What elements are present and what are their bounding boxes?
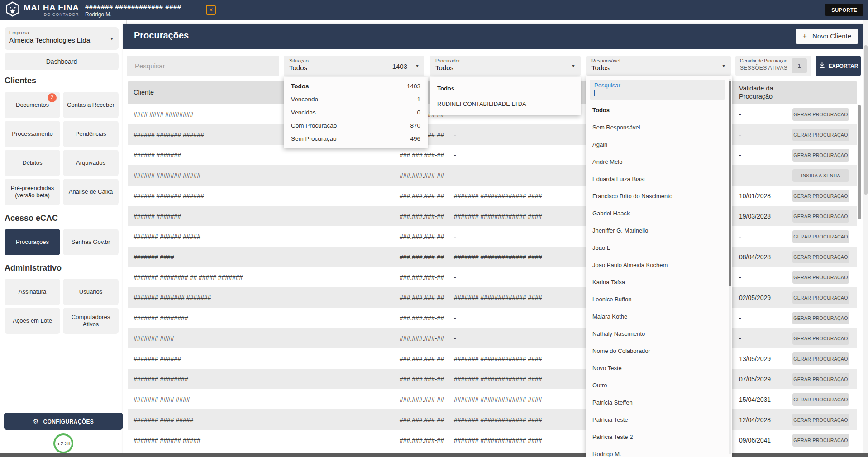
cell-cpf: ###.###.###-## bbox=[400, 437, 449, 444]
gerar-procuracao-button[interactable]: GERAR PROCURAÇAO bbox=[792, 352, 849, 365]
gerar-procuracao-button[interactable]: GERAR PROCURAÇAO bbox=[792, 312, 849, 324]
situacao-option[interactable]: Todos 1403 bbox=[284, 80, 428, 93]
responsavel-option[interactable]: Patrícia Steffen bbox=[586, 394, 732, 411]
sidebar-tile[interactable]: Débitos bbox=[5, 150, 60, 176]
cell-cpf: ###.###.###-## bbox=[400, 294, 449, 301]
sidebar-tile[interactable]: Documentos 2 bbox=[5, 92, 60, 118]
new-client-button[interactable]: + Novo Cliente bbox=[796, 29, 858, 44]
gerar-procuracao-button[interactable]: GERAR PROCURAÇAO bbox=[792, 332, 849, 345]
responsavel-option[interactable]: Jheniffer G. Marinello bbox=[586, 222, 732, 239]
sidebar-tile-label: Pendências bbox=[76, 130, 106, 138]
sidebar-tile[interactable]: Contas a Receber bbox=[63, 92, 119, 118]
sidebar-tile-label: Usuários bbox=[79, 288, 102, 295]
procurador-select[interactable]: Procurador Todos ▾ bbox=[430, 56, 581, 76]
responsavel-option[interactable]: Outro bbox=[586, 376, 732, 394]
sidebar-tile[interactable]: Assinatura bbox=[5, 279, 60, 305]
export-button[interactable]: EXPORTAR bbox=[816, 56, 861, 76]
gerar-procuracao-button[interactable]: GERAR PROCURAÇAO bbox=[792, 190, 849, 202]
sidebar-tile-label: Arquivados bbox=[76, 159, 105, 167]
procurador-value: Todos bbox=[435, 64, 575, 71]
sidebar-tile[interactable]: Processamento bbox=[5, 121, 60, 147]
horizontal-scrollbar[interactable] bbox=[0, 453, 868, 457]
situacao-option[interactable]: Vencidas 0 bbox=[284, 106, 428, 119]
table-row: ###### ####### ###### ###.###.###-## - -… bbox=[128, 124, 857, 145]
gerar-procuracao-button[interactable]: GERAR PROCURAÇAO bbox=[792, 149, 849, 162]
sidebar-tile[interactable]: Ações em Lote bbox=[5, 308, 60, 334]
sidebar-tile[interactable]: Arquivados bbox=[63, 150, 119, 176]
sidebar-tile-label: Contas a Receber bbox=[67, 101, 114, 109]
gerar-procuracao-button[interactable]: GERAR PROCURAÇAO bbox=[792, 373, 849, 386]
cell-cpf: ###.###.###-## bbox=[400, 253, 449, 261]
responsavel-option[interactable]: Sem Responsável bbox=[586, 119, 732, 136]
responsavel-option[interactable]: Nome do Colaborador bbox=[586, 342, 732, 359]
gerar-procuracao-button[interactable]: GERAR PROCURAÇAO bbox=[792, 291, 849, 304]
situacao-option-label: Todos bbox=[291, 83, 309, 90]
table-scrollbar-thumb[interactable] bbox=[858, 105, 861, 219]
gerar-procuracao-button[interactable]: INSIRA A SENHA bbox=[792, 169, 849, 182]
procurador-option[interactable]: Todos bbox=[430, 81, 581, 96]
responsavel-option[interactable]: João Paulo Almeida Kochem bbox=[586, 256, 732, 273]
gerar-procuracao-button[interactable]: GERAR PROCURAÇAO bbox=[792, 271, 849, 284]
support-button[interactable]: SUPORTE bbox=[825, 4, 863, 16]
responsavel-search-input[interactable]: Pesquisar bbox=[590, 80, 725, 100]
active-sessions-count[interactable]: 1 bbox=[792, 58, 807, 73]
responsavel-option[interactable]: Novo Teste bbox=[586, 359, 732, 376]
clientes-grid: Documentos 2 Contas a Receber Processame… bbox=[5, 92, 119, 205]
gerar-procuracao-button[interactable]: GERAR PROCURAÇAO bbox=[792, 434, 849, 447]
sidebar-tile[interactable]: Pendências bbox=[63, 121, 119, 147]
responsavel-option[interactable]: Maiara Kothe bbox=[586, 308, 732, 325]
brand-text: MALHA FINA DO CONTADOR bbox=[24, 3, 79, 17]
procurador-option[interactable]: RUDINEI CONTABILIDADE LTDA bbox=[430, 96, 581, 111]
responsavel-option[interactable]: Karina Taísa bbox=[586, 273, 732, 290]
responsavel-option[interactable]: Eduarda Luiza Biasi bbox=[586, 170, 732, 187]
close-icon[interactable]: ✕ bbox=[206, 5, 216, 15]
responsavel-option[interactable]: Todos bbox=[586, 101, 732, 119]
search-input[interactable] bbox=[127, 56, 279, 76]
responsavel-option[interactable]: Francisco Brito do Nascimento bbox=[586, 187, 732, 205]
responsavel-option[interactable]: Leonice Buffon bbox=[586, 290, 732, 308]
settings-button[interactable]: ⚙ CONFIGURAÇÕES bbox=[4, 413, 123, 430]
table-row: ####### ###### ###.###.###-## ####### ##… bbox=[128, 348, 857, 369]
gerar-procuracao-button[interactable]: GERAR PROCURAÇAO bbox=[792, 251, 849, 263]
sidebar-tile[interactable]: Pré-preenchidas (versão beta) bbox=[5, 179, 60, 205]
cell-validade: - bbox=[734, 274, 789, 281]
brand-line1: MALHA FINA bbox=[24, 3, 79, 12]
situacao-option-label: Com Procuração bbox=[291, 122, 337, 129]
situacao-select[interactable]: Situação Todos 1403 ▾ bbox=[284, 56, 424, 76]
sidebar-tile[interactable]: Procurações bbox=[5, 229, 60, 255]
sidebar-tile[interactable]: Análise de Caixa bbox=[63, 179, 119, 205]
table-body: #### #### ######## ###.###.###-## - - GE… bbox=[128, 104, 857, 450]
situacao-option[interactable]: Sem Procuração 496 bbox=[284, 132, 428, 145]
responsavel-select[interactable]: Responsável Todos ▾ bbox=[586, 56, 731, 76]
gerar-procuracao-button[interactable]: GERAR PROCURAÇAO bbox=[792, 393, 849, 406]
table-row: ###### ####### ###.###.###-## - - GERAR … bbox=[128, 145, 857, 165]
page-scrollbar-thumb[interactable] bbox=[864, 45, 868, 195]
responsavel-option[interactable]: André Melo bbox=[586, 153, 732, 170]
situacao-option[interactable]: Vencendo 1 bbox=[284, 93, 428, 106]
company-select[interactable]: Empresa Almeida Technologies Ltda ▾ bbox=[5, 27, 119, 50]
responsavel-option[interactable]: Gabriel Haack bbox=[586, 205, 732, 222]
sidebar-item-dashboard[interactable]: Dashboard bbox=[5, 53, 119, 70]
sidebar-tile[interactable]: Senhas Gov.br bbox=[63, 229, 119, 255]
gerar-procuracao-button[interactable]: GERAR PROCURAÇAO bbox=[792, 129, 849, 141]
responsavel-options-list: Todos Sem Responsável Again André Melo E… bbox=[586, 101, 732, 457]
cell-cpf: ###.###.###-## bbox=[400, 213, 449, 220]
responsavel-option[interactable]: João L bbox=[586, 239, 732, 256]
sidebar-tile[interactable]: Computadores Ativos bbox=[63, 308, 119, 334]
cell-validade: - bbox=[734, 314, 789, 322]
responsavel-option[interactable]: Patrícia Teste bbox=[586, 411, 732, 428]
situacao-option[interactable]: Com Procuração 870 bbox=[284, 119, 428, 132]
gerar-procuracao-button[interactable]: GERAR PROCURAÇAO bbox=[792, 230, 849, 243]
responsavel-option[interactable]: Again bbox=[586, 136, 732, 153]
gerar-procuracao-button[interactable]: GERAR PROCURAÇAO bbox=[792, 210, 849, 223]
responsavel-option[interactable]: Nathaly Nascimento bbox=[586, 325, 732, 342]
cell-cpf: ###.###.###-## bbox=[400, 233, 449, 240]
cell-validade: - bbox=[734, 172, 789, 179]
gerar-procuracao-button[interactable]: GERAR PROCURAÇAO bbox=[792, 108, 849, 121]
gerar-procuracao-button[interactable]: GERAR PROCURAÇAO bbox=[792, 414, 849, 426]
responsavel-option[interactable]: Patrícia Teste 2 bbox=[586, 428, 732, 445]
dropdown-scrollbar-thumb[interactable] bbox=[729, 81, 731, 286]
responsavel-option[interactable]: Rodrigo M. bbox=[586, 445, 732, 457]
sidebar-tile[interactable]: Usuários bbox=[63, 279, 119, 305]
chevron-down-icon: ▾ bbox=[110, 35, 113, 42]
